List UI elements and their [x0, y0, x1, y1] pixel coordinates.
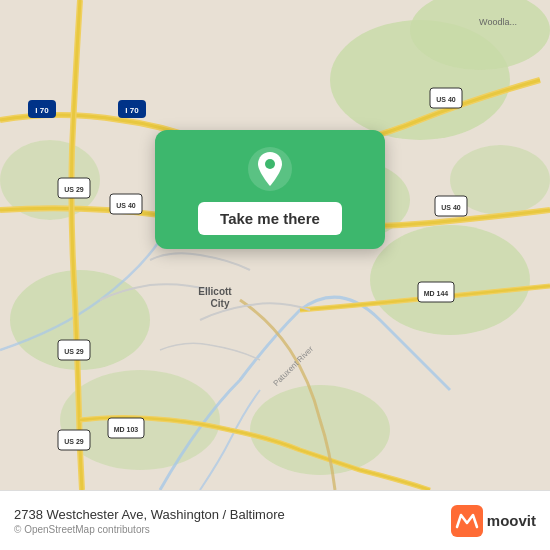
svg-text:I 70: I 70 [125, 106, 139, 115]
moovit-text: moovit [487, 512, 536, 529]
footer-bar: 2738 Westchester Ave, Washington / Balti… [0, 490, 550, 550]
svg-text:MD 103: MD 103 [114, 426, 139, 433]
svg-text:I 70: I 70 [35, 106, 49, 115]
svg-text:US 40: US 40 [436, 96, 456, 103]
svg-point-35 [265, 159, 275, 169]
svg-text:US 40: US 40 [116, 202, 136, 209]
svg-text:US 29: US 29 [64, 348, 84, 355]
svg-text:Ellicott: Ellicott [198, 286, 232, 297]
location-pin-icon [247, 146, 293, 192]
svg-text:US 29: US 29 [64, 438, 84, 445]
map-container: I 70 I 70 US 40 US 40 US 40 US 29 US 29 … [0, 0, 550, 490]
svg-text:US 29: US 29 [64, 186, 84, 193]
address-text: 2738 Westchester Ave, Washington / Balti… [14, 507, 285, 522]
card-overlay: Take me there [155, 130, 385, 249]
take-me-there-button[interactable]: Take me there [198, 202, 342, 235]
moovit-logo: moovit [451, 505, 536, 537]
svg-text:MD 144: MD 144 [424, 290, 449, 297]
svg-text:Woodla...: Woodla... [479, 17, 517, 27]
moovit-icon [451, 505, 483, 537]
footer-info: 2738 Westchester Ave, Washington / Balti… [14, 507, 285, 535]
svg-text:City: City [211, 298, 230, 309]
attribution-text: © OpenStreetMap contributors [14, 524, 285, 535]
svg-point-8 [250, 385, 390, 475]
svg-point-4 [370, 225, 530, 335]
svg-text:US 40: US 40 [441, 204, 461, 211]
